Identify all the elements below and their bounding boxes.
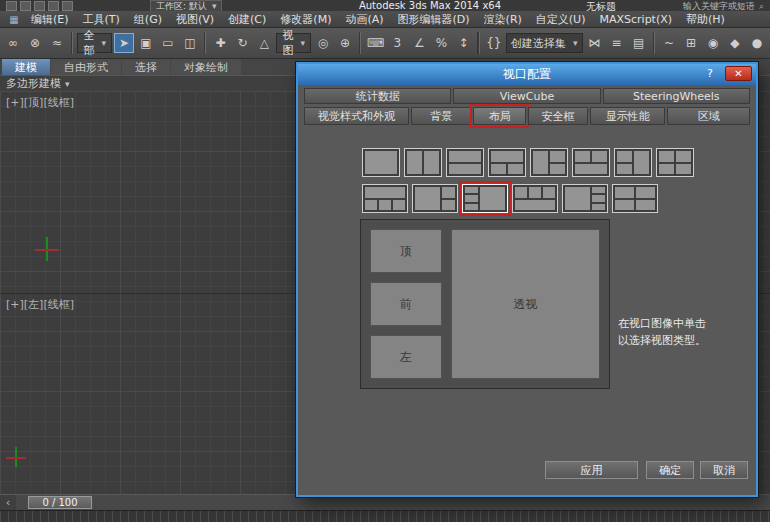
apply-button[interactable]: 应用 (545, 461, 638, 479)
menu-customize[interactable]: 自定义(U) (529, 11, 593, 27)
menu-graph-editors[interactable]: 图形编辑器(D) (391, 11, 477, 27)
menu-edit[interactable]: 编辑(E) (24, 11, 76, 27)
hint-line-2: 以选择视图类型。 (618, 332, 706, 349)
tab-viewcube[interactable]: ViewCube (453, 88, 600, 104)
layout-thumb-three-plus-bottom[interactable] (512, 184, 558, 213)
render-production-icon[interactable]: ● (747, 33, 767, 53)
layout-thumb-two-vertical[interactable] (404, 148, 442, 177)
preview-pane-front[interactable]: 前 (370, 282, 442, 326)
reference-coordinate-dropdown[interactable]: 视图 ▾ (276, 33, 311, 53)
window-crossing-icon[interactable]: ◫ (180, 33, 200, 53)
percent-snap-icon[interactable]: % (431, 33, 451, 53)
3dsmax-window: 工作区: 默认 ▾ Autodesk 3ds Max 2014 x64 无标题 … (0, 0, 770, 522)
rectangular-selection-region-icon[interactable]: ▭ (158, 33, 178, 53)
time-slider[interactable]: 0 / 100 (28, 496, 92, 509)
hint-line-1: 在视口图像中单击 (618, 315, 706, 332)
select-and-scale-icon[interactable]: △ (254, 33, 274, 53)
quick-access-icon[interactable] (6, 1, 17, 11)
named-selection-set-combo[interactable]: 创建选择集 ▾ (506, 33, 583, 53)
ok-button[interactable]: 确定 (646, 461, 694, 479)
tab-safe-frames[interactable]: 安全框 (528, 107, 588, 125)
select-and-manipulate-icon[interactable]: ⊕ (335, 33, 355, 53)
help-button[interactable]: ? (702, 66, 718, 81)
layout-thumb-top-plus-three[interactable] (362, 184, 408, 213)
keyboard-shortcut-override-icon[interactable]: ⌨ (365, 33, 385, 53)
ribbon-tab-freeform[interactable]: 自由形式 (51, 59, 121, 75)
title-bar: 工作区: 默认 ▾ Autodesk 3ds Max 2014 x64 无标题 … (0, 0, 770, 11)
preview-pane-top[interactable]: 顶 (370, 229, 442, 273)
chevron-down-icon: ▾ (301, 38, 306, 48)
track-bar[interactable] (0, 510, 770, 522)
menu-maxscript[interactable]: MAXScript(X) (592, 11, 679, 27)
viewport-left-label[interactable]: [+][左][线框] (6, 297, 74, 312)
layout-thumb-three-left-big-right[interactable] (462, 184, 508, 213)
quick-access-icon[interactable] (48, 1, 59, 11)
ribbon-tab-selection[interactable]: 选择 (122, 59, 170, 75)
layout-thumb-big-left-three-right[interactable] (562, 184, 608, 213)
layout-thumb-top-plus-two[interactable] (488, 148, 526, 177)
tab-layout[interactable]: 布局 (473, 107, 526, 125)
mirror-icon[interactable]: ⋈ (585, 33, 605, 53)
dialog-title-bar[interactable]: 视口配置 ? ✕ (298, 64, 756, 85)
quick-access-icon[interactable] (34, 1, 45, 11)
layer-manager-icon[interactable]: ▤ (629, 33, 649, 53)
quick-access-icon[interactable] (62, 1, 73, 11)
tab-background[interactable]: 背景 (411, 107, 471, 125)
use-pivot-center-icon[interactable]: ◎ (313, 33, 333, 53)
angle-snap-icon[interactable]: ∠ (409, 33, 429, 53)
snaps-toggle-icon[interactable]: 3 (387, 33, 407, 53)
ribbon-tab-object-paint[interactable]: 对象绘制 (171, 59, 241, 75)
app-menu-icon[interactable]: ▦ (7, 13, 21, 25)
workspace-dropdown[interactable]: 工作区: 默认 ▾ (150, 0, 222, 11)
menu-rendering[interactable]: 渲染(R) (477, 11, 529, 27)
menu-modifiers[interactable]: 修改器(M) (273, 11, 338, 27)
chevron-down-icon: ▾ (573, 38, 578, 48)
menu-help[interactable]: 帮助(H) (679, 11, 732, 27)
curve-editor-icon[interactable]: ~ (659, 33, 679, 53)
layout-thumb-left-plus-two[interactable] (530, 148, 568, 177)
cancel-button[interactable]: 取消 (700, 461, 748, 479)
layout-thumb-big-left-two-right[interactable] (412, 184, 458, 213)
bind-to-space-warp-icon[interactable]: ≈ (47, 33, 67, 53)
select-and-link-icon[interactable]: ∞ (3, 33, 23, 53)
tab-display-performance[interactable]: 显示性能 (590, 107, 665, 125)
menu-views[interactable]: 视图(V) (169, 11, 221, 27)
tab-statistics[interactable]: 统计数据 (304, 88, 451, 104)
tab-regions[interactable]: 区域 (667, 107, 750, 125)
render-setup-icon[interactable]: ◆ (725, 33, 745, 53)
edit-named-selection-sets-icon[interactable]: {} (484, 33, 504, 53)
axis-gizmo-x (6, 457, 26, 459)
preview-pane-perspective[interactable]: 透视 (451, 229, 600, 379)
material-editor-icon[interactable]: ◉ (703, 33, 723, 53)
menu-create[interactable]: 创建(C) (221, 11, 273, 27)
ribbon-tab-modeling[interactable]: 建模 (2, 59, 50, 75)
quick-access-icon[interactable] (20, 1, 31, 11)
select-object-button[interactable]: ➤ (114, 33, 134, 53)
menu-animation[interactable]: 动画(A) (338, 11, 390, 27)
layout-thumb-grid-2x2-equal[interactable] (612, 184, 658, 213)
tab-steeringwheels[interactable]: SteeringWheels (603, 88, 750, 104)
layout-thumb-grid-2x2[interactable] (656, 148, 694, 177)
infocenter-search[interactable]: 输入关键字或短语 ⌕ (683, 0, 764, 11)
dialog-title: 视口配置 (503, 66, 551, 83)
layout-thumb-single[interactable] (362, 148, 400, 177)
select-and-move-icon[interactable]: ✚ (210, 33, 230, 53)
layout-thumb-two-horizontal[interactable] (446, 148, 484, 177)
menu-tools[interactable]: 工具(T) (76, 11, 127, 27)
menu-group[interactable]: 组(G) (127, 11, 169, 27)
align-icon[interactable]: ≡ (607, 33, 627, 53)
unlink-selection-icon[interactable]: ⊗ (25, 33, 45, 53)
select-and-rotate-icon[interactable]: ↻ (232, 33, 252, 53)
ribbon-panel-polygon-modeling[interactable]: 多边形建模 (6, 76, 61, 91)
previous-frame-button[interactable]: ‹ (0, 495, 16, 510)
selection-filter-dropdown[interactable]: 全部 ▾ (77, 33, 112, 53)
viewport-top-label[interactable]: [+][顶][线框] (6, 95, 74, 110)
select-by-name-icon[interactable]: ▣ (136, 33, 156, 53)
tab-visual-style[interactable]: 视觉样式和外观 (304, 107, 409, 125)
layout-thumb-two-plus-bottom[interactable] (572, 148, 610, 177)
close-button[interactable]: ✕ (725, 66, 752, 81)
schematic-view-icon[interactable]: ⊞ (681, 33, 701, 53)
spinner-snap-icon[interactable]: ↕ (453, 33, 473, 53)
preview-pane-left[interactable]: 左 (370, 335, 442, 379)
layout-thumb-two-plus-right[interactable] (614, 148, 652, 177)
